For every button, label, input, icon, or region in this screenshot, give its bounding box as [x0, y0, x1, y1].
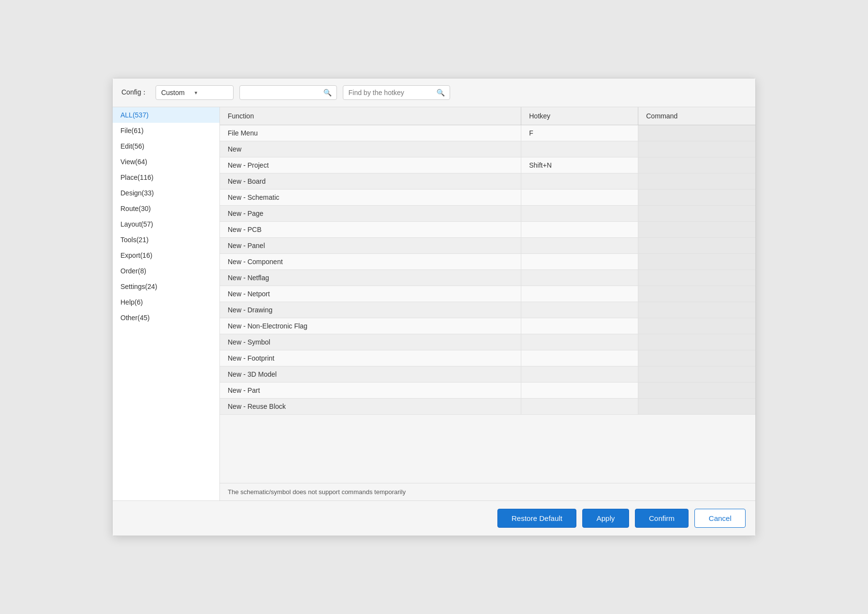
notice-text: The schematic/symbol does not support co… [228, 488, 406, 496]
table-cell-hotkey[interactable] [521, 270, 638, 286]
table-cell-function: New - Page [220, 206, 521, 221]
table-cell-hotkey[interactable] [521, 238, 638, 253]
table-cell-hotkey[interactable] [521, 141, 638, 157]
table-cell-command [638, 157, 755, 173]
search-icon-hotkey: 🔍 [436, 89, 445, 96]
chevron-down-icon: ▾ [195, 90, 197, 96]
table-header: Function Hotkey Command [220, 107, 755, 125]
sidebar-item[interactable]: Tools(21) [113, 232, 219, 248]
sidebar-item[interactable]: File(61) [113, 123, 219, 138]
sidebar-item[interactable]: Export(16) [113, 248, 219, 263]
table-row[interactable]: New - 3D Model [220, 366, 755, 383]
sidebar-item[interactable]: Help(6) [113, 294, 219, 310]
hotkey-search-box[interactable]: 🔍 [343, 85, 450, 100]
config-label: Config： [121, 88, 148, 97]
table-cell-hotkey[interactable] [521, 318, 638, 334]
table-row[interactable]: New - Non-Electronic Flag [220, 318, 755, 334]
dialog-footer: Restore Default Apply Confirm Cancel [113, 500, 755, 536]
table-row[interactable]: New - Netport [220, 286, 755, 302]
table-row[interactable]: New [220, 141, 755, 157]
sidebar-item[interactable]: ALL(537) [113, 107, 219, 123]
table-cell-command [638, 190, 755, 205]
sidebar-item[interactable]: Design(33) [113, 185, 219, 201]
table-cell-hotkey[interactable] [521, 383, 638, 398]
table-cell-hotkey[interactable] [521, 399, 638, 414]
sidebar-item[interactable]: Order(8) [113, 263, 219, 279]
restore-default-button[interactable]: Restore Default [497, 509, 576, 528]
table-cell-command [638, 238, 755, 253]
table-cell-command [638, 318, 755, 334]
table-row[interactable]: New - Drawing [220, 302, 755, 318]
main-content: ALL(537)File(61)Edit(56)View(64)Place(11… [113, 107, 755, 500]
table-row[interactable]: New - Netflag [220, 270, 755, 286]
sidebar-item[interactable]: Other(45) [113, 310, 219, 326]
table-row[interactable]: New - Symbol [220, 334, 755, 350]
table-cell-hotkey[interactable] [521, 222, 638, 237]
category-sidebar: ALL(537)File(61)Edit(56)View(64)Place(11… [113, 107, 220, 500]
notice-bar: The schematic/symbol does not support co… [220, 483, 755, 500]
table-cell-command [638, 286, 755, 302]
sidebar-item[interactable]: Route(30) [113, 201, 219, 216]
table-cell-function: New - Panel [220, 238, 521, 253]
search-icon: 🔍 [323, 89, 332, 96]
table-cell-command [638, 206, 755, 221]
table-row[interactable]: New - Component [220, 254, 755, 270]
hotkey-config-dialog: Config： Custom ▾ 🔍 🔍 ALL(537)File(61)Edi… [112, 78, 756, 536]
table-cell-function: New - Netport [220, 286, 521, 302]
table-cell-command [638, 334, 755, 350]
table-cell-function: New - Board [220, 173, 521, 189]
table-cell-command [638, 350, 755, 366]
table-cell-command [638, 254, 755, 269]
table-cell-function: New - 3D Model [220, 366, 521, 382]
table-row[interactable]: New - PCB [220, 222, 755, 238]
table-cell-function: New [220, 141, 521, 157]
function-search-input[interactable] [245, 89, 319, 96]
table-cell-hotkey[interactable] [521, 190, 638, 205]
table-cell-hotkey[interactable] [521, 302, 638, 318]
config-dropdown[interactable]: Custom ▾ [156, 85, 234, 100]
table-cell-function: New - PCB [220, 222, 521, 237]
sidebar-item[interactable]: View(64) [113, 154, 219, 170]
table-cell-function: New - Reuse Block [220, 399, 521, 414]
table-cell-command [638, 173, 755, 189]
table-area: Function Hotkey Command File MenuFNewNew… [220, 107, 755, 500]
cancel-button[interactable]: Cancel [694, 509, 746, 528]
table-row[interactable]: New - ProjectShift+N [220, 157, 755, 173]
sidebar-item[interactable]: Settings(24) [113, 279, 219, 294]
table-row[interactable]: New - Board [220, 173, 755, 190]
table-row[interactable]: New - Panel [220, 238, 755, 254]
hotkey-search-input[interactable] [348, 89, 433, 96]
table-cell-function: New - Component [220, 254, 521, 269]
table-row[interactable]: New - Footprint [220, 350, 755, 366]
function-search-box[interactable]: 🔍 [239, 85, 337, 100]
apply-button[interactable]: Apply [582, 509, 629, 528]
table-cell-hotkey[interactable] [521, 206, 638, 221]
table-cell-hotkey[interactable] [521, 334, 638, 350]
table-cell-hotkey[interactable] [521, 350, 638, 366]
table-cell-hotkey[interactable]: F [521, 125, 638, 141]
sidebar-item[interactable]: Edit(56) [113, 138, 219, 154]
table-cell-hotkey[interactable] [521, 286, 638, 302]
table-row[interactable]: New - Part [220, 383, 755, 399]
table-cell-command [638, 399, 755, 414]
table-cell-hotkey[interactable] [521, 254, 638, 269]
table-row[interactable]: New - Page [220, 206, 755, 222]
table-cell-command [638, 383, 755, 398]
table-cell-command [638, 270, 755, 286]
table-cell-command [638, 141, 755, 157]
dialog-header: Config： Custom ▾ 🔍 🔍 [113, 78, 755, 107]
table-row[interactable]: File MenuF [220, 125, 755, 141]
table-cell-function: New - Drawing [220, 302, 521, 318]
confirm-button[interactable]: Confirm [635, 509, 689, 528]
table-cell-function: New - Netflag [220, 270, 521, 286]
table-cell-hotkey[interactable] [521, 173, 638, 189]
sidebar-item[interactable]: Layout(57) [113, 216, 219, 232]
table-cell-hotkey[interactable]: Shift+N [521, 157, 638, 173]
table-row[interactable]: New - Schematic [220, 190, 755, 206]
table-cell-hotkey[interactable] [521, 366, 638, 382]
table-cell-function: New - Non-Electronic Flag [220, 318, 521, 334]
table-row[interactable]: New - Reuse Block [220, 399, 755, 415]
table-cell-function: File Menu [220, 125, 521, 141]
sidebar-item[interactable]: Place(116) [113, 170, 219, 185]
table-cell-command [638, 302, 755, 318]
